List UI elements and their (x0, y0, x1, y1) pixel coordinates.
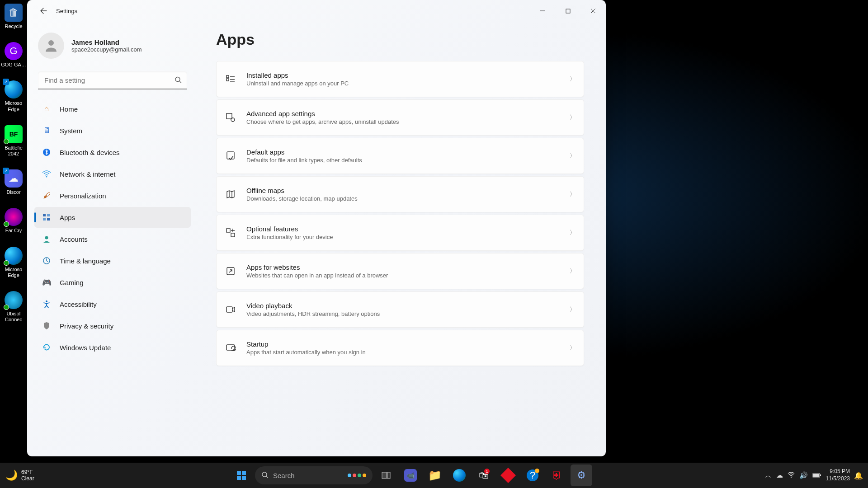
sidebar-item-privacy[interactable]: Privacy & security (34, 315, 191, 336)
svg-rect-8 (47, 214, 50, 216)
volume-icon[interactable]: 🔊 (799, 471, 808, 479)
sidebar-item-update[interactable]: Windows Update (34, 337, 191, 358)
svg-rect-24 (226, 229, 230, 232)
person-icon (43, 38, 59, 54)
card-desc: Websites that can open in an app instead… (246, 272, 570, 279)
card-title: Optional features (246, 225, 570, 233)
battery-icon[interactable] (812, 472, 821, 479)
svg-rect-38 (387, 472, 390, 479)
sidebar-item-label: Bluetooth & devices (60, 149, 120, 156)
sidebar-item-gaming[interactable]: 🎮 Gaming (34, 272, 191, 293)
svg-point-6 (46, 176, 47, 178)
default-apps-icon (225, 150, 236, 162)
paintbrush-icon: 🖌 (42, 191, 52, 201)
sidebar-item-label: Accounts (60, 235, 88, 243)
svg-rect-21 (227, 152, 234, 159)
onedrive-icon[interactable]: ☁ (776, 471, 783, 479)
titlebar: Settings (27, 0, 606, 22)
profile-block[interactable]: James Holland space2occupy@gmail.com (34, 29, 191, 68)
taskbar-app-tips[interactable]: ? (522, 465, 543, 486)
taskbar-app-todo[interactable] (497, 465, 519, 486)
desktop-icon-edge2[interactable]: Microso Edge (0, 247, 27, 278)
chevron-right-icon: 〉 (570, 229, 576, 237)
window-controls (530, 2, 606, 20)
notifications-button[interactable]: 🔔 (854, 470, 863, 480)
bluetooth-icon (42, 147, 52, 157)
minimize-button[interactable] (530, 2, 555, 20)
taskbar-clock[interactable]: 9:05 PM 11/5/2023 (826, 468, 850, 482)
sidebar-item-network[interactable]: Network & internet (34, 164, 191, 184)
avatar (38, 33, 64, 59)
search-icon (261, 471, 269, 480)
svg-point-13 (46, 300, 47, 302)
desktop-icon-gog[interactable]: G GOG GA… (0, 42, 27, 68)
gamepad-icon: 🎮 (42, 277, 52, 287)
desktop-icon-discord[interactable]: ☁↗ Discor (0, 169, 27, 195)
taskbar-date: 11/5/2023 (826, 475, 850, 483)
sidebar-item-bluetooth[interactable]: Bluetooth & devices (34, 142, 191, 163)
edge-icon (453, 469, 466, 482)
card-title: Startup (246, 340, 570, 348)
card-startup[interactable]: StartupApps that start automatically whe… (216, 330, 584, 366)
svg-rect-41 (813, 474, 819, 477)
taskbar-app-explorer[interactable]: 📁 (424, 465, 446, 486)
recycle-bin-icon: 🗑 (5, 4, 23, 22)
card-default-apps[interactable]: Default appsDefaults for file and link t… (216, 138, 584, 174)
card-video-playback[interactable]: Video playbackVideo adjustments, HDR str… (216, 291, 584, 328)
sidebar-item-system[interactable]: 🖥 System (34, 120, 191, 141)
task-view-button[interactable] (375, 465, 397, 486)
card-title: Video playback (246, 302, 570, 310)
window-title: Settings (56, 8, 77, 14)
taskbar: 🌙 69°F Clear Search 📹 📁 🛍1 (0, 463, 868, 488)
sidebar-item-personalization[interactable]: 🖌 Personalization (34, 185, 191, 206)
maximize-button[interactable] (555, 2, 580, 20)
sidebar-item-label: Apps (60, 214, 75, 221)
moon-icon: 🌙 (5, 469, 18, 481)
profile-email: space2occupy@gmail.com (71, 46, 142, 53)
gog-icon: G (5, 42, 23, 60)
desktop-icon-edge[interactable]: ↗ Microso Edge (0, 80, 27, 112)
taskbar-search[interactable]: Search (255, 466, 373, 484)
chevron-right-icon: 〉 (570, 190, 576, 198)
close-button[interactable] (580, 2, 606, 20)
wifi-icon[interactable] (788, 472, 795, 479)
sidebar-item-time[interactable]: Time & language (34, 250, 191, 271)
desktop-icon-ubisoft[interactable]: Ubisof Connec (0, 291, 27, 323)
desktop-icon-battlefield[interactable]: BF Battlefie 2042 (0, 125, 27, 157)
back-button[interactable] (34, 2, 52, 20)
chevron-right-icon: 〉 (570, 152, 576, 160)
taskbar-weather[interactable]: 🌙 69°F Clear (0, 469, 90, 482)
taskbar-app-settings[interactable]: ⚙ (571, 465, 592, 486)
card-optional-features[interactable]: Optional featuresExtra functionality for… (216, 215, 584, 251)
start-button[interactable] (231, 465, 252, 486)
tray-overflow-button[interactable]: ︿ (765, 471, 772, 480)
card-installed-apps[interactable]: Installed appsUninstall and manage apps … (216, 61, 584, 97)
sidebar-item-accessibility[interactable]: Accessibility (34, 294, 191, 314)
weather-temp: 69°F (21, 469, 34, 475)
svg-rect-10 (47, 218, 50, 221)
svg-rect-34 (242, 476, 246, 480)
desktop-icon-label: Microso Edge (5, 267, 23, 278)
desktop-icon-farcry[interactable]: Far Cry (0, 208, 27, 234)
sidebar-item-accounts[interactable]: Accounts (34, 229, 191, 249)
svg-point-2 (48, 40, 54, 46)
svg-rect-1 (566, 9, 570, 13)
sidebar-item-apps[interactable]: Apps (34, 207, 191, 228)
taskbar-app-store[interactable]: 🛍1 (473, 465, 495, 486)
card-offline-maps[interactable]: Offline mapsDownloads, storage location,… (216, 176, 584, 212)
svg-rect-33 (237, 476, 241, 480)
system-icon: 🖥 (42, 126, 52, 136)
card-advanced-app-settings[interactable]: Advanced app settingsChoose where to get… (216, 99, 584, 136)
card-apps-for-websites[interactable]: Apps for websitesWebsites that can open … (216, 253, 584, 289)
taskbar-app-mcafee[interactable]: ⛨ (546, 465, 568, 486)
store-icon: 🛍1 (479, 469, 489, 481)
folder-icon: 📁 (428, 469, 442, 482)
desktop-icon-recycle-bin[interactable]: 🗑 Recycle (0, 4, 27, 29)
settings-window: Settings James Holland space2occupy@gmai… (27, 0, 606, 456)
svg-line-36 (266, 476, 268, 478)
search-input[interactable] (38, 71, 187, 89)
sidebar-item-home[interactable]: ⌂ Home (34, 99, 191, 119)
taskbar-center: Search 📹 📁 🛍1 ? ⛨ ⚙ (90, 465, 732, 486)
taskbar-app-edge[interactable] (448, 465, 470, 486)
taskbar-app-chat[interactable]: 📹 (400, 465, 421, 486)
